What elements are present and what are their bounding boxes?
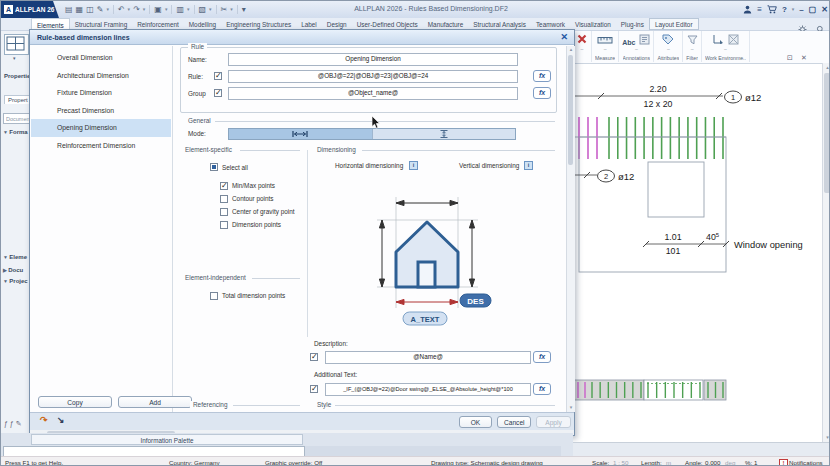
- rule-list-item[interactable]: Opening Dimension: [31, 119, 171, 137]
- additional-text-input[interactable]: _IF_(@OBJ@=22)@Door swing@_ELSE_@Absolut…: [325, 383, 531, 396]
- restore-icon[interactable]: ▢: [809, 5, 817, 14]
- status-country[interactable]: Country: Germany: [169, 459, 220, 466]
- des-badge[interactable]: DES: [460, 294, 491, 307]
- save-icon[interactable]: ◫: [86, 2, 94, 17]
- window-view-icon[interactable]: ▧: [199, 2, 207, 17]
- group-checkbox[interactable]: [214, 89, 222, 97]
- rule-list-item[interactable]: Reinforcement Dimension: [31, 137, 171, 155]
- rule-list-item[interactable]: Fixture Dimension: [31, 84, 171, 102]
- mode-vertical-button[interactable]: [372, 129, 516, 139]
- scroll-down-icon[interactable]: ▾: [567, 404, 575, 411]
- description-checkbox[interactable]: [310, 353, 318, 361]
- sidebar-section-document[interactable]: ▶ Docu: [3, 267, 23, 273]
- palette-layout-icon[interactable]: [4, 34, 29, 55]
- status-angle-label[interactable]: Angle:: [685, 459, 703, 466]
- status-notifications[interactable]: Notifications: [789, 459, 823, 466]
- help-icon[interactable]: ?: [782, 5, 787, 14]
- help-icon-caret[interactable]: ▾: [792, 2, 795, 17]
- canvas-vertical-scrollbar[interactable]: ▴ ▾: [822, 63, 830, 442]
- scroll-up-icon[interactable]: ▴: [823, 63, 830, 71]
- status-percent[interactable]: %: 1: [745, 459, 757, 466]
- copy-content-icon[interactable]: ▣: [154, 2, 162, 17]
- tools-icon[interactable]: ✂: [221, 2, 228, 17]
- checkbox[interactable]: [210, 292, 218, 300]
- scroll-down-icon[interactable]: ▾: [823, 433, 830, 441]
- drawing-area[interactable]: 2.20 12 x 20 1 ø12 2 ø12 1.01: [573, 63, 822, 443]
- status-length-value[interactable]: m: [666, 459, 671, 466]
- scroll-up-icon[interactable]: ▴: [567, 46, 575, 53]
- account-icon[interactable]: [743, 5, 752, 14]
- chevron-down-icon[interactable]: ▾: [13, 55, 16, 61]
- copy-button[interactable]: Copy: [38, 396, 112, 408]
- tools-icon-caret[interactable]: ▾: [230, 2, 233, 17]
- minimize-icon[interactable]: –: [799, 5, 803, 14]
- cancel-button[interactable]: Cancel: [497, 416, 531, 428]
- window-split-icon[interactable]: ▥: [176, 2, 184, 17]
- description-fx-button[interactable]: fx: [533, 351, 551, 363]
- status-angle-value[interactable]: 0.000: [705, 459, 720, 466]
- info-icon[interactable]: i: [409, 161, 418, 170]
- menu-tab-layout-editor[interactable]: Layout Editor: [649, 18, 699, 30]
- group-fx-button[interactable]: fx: [533, 87, 551, 99]
- dropdown-dash-icon[interactable]: –: [691, 47, 694, 52]
- atext-badge[interactable]: A_TEXT: [403, 312, 447, 325]
- copy-content-icon-caret[interactable]: ▾: [165, 2, 168, 17]
- checkbox[interactable]: [220, 208, 228, 216]
- view-restore-icon[interactable]: ⊡: [787, 54, 793, 62]
- sidebar-section-project[interactable]: ▼ Projec: [3, 278, 28, 284]
- status-length-label[interactable]: Length:: [641, 459, 662, 466]
- ok-button[interactable]: OK: [459, 416, 492, 428]
- abc-icon[interactable]: Abc: [622, 31, 635, 49]
- status-scale-label[interactable]: Scale:: [592, 459, 609, 466]
- dropdown-dash-icon[interactable]: –: [667, 47, 670, 52]
- redo-icon[interactable]: ↷: [133, 2, 140, 17]
- undo-icon[interactable]: ↶: [118, 2, 125, 17]
- palette-bottom-icons[interactable]: ƒ ƒ ✎: [4, 420, 22, 428]
- open-file-icon[interactable]: ▦: [76, 2, 84, 17]
- apply-button[interactable]: Apply: [536, 416, 571, 428]
- dialog-vertical-scrollbar[interactable]: ▴ ▾: [566, 46, 575, 412]
- more-commands-icon[interactable]: ▾: [242, 2, 246, 17]
- edit-icon-caret[interactable]: ▾: [106, 2, 109, 17]
- palette-menu-icon[interactable]: ≡: [757, 5, 762, 14]
- sidebar-section-element[interactable]: ▼ Eleme: [3, 254, 27, 260]
- name-input[interactable]: Opening Dimension: [228, 53, 518, 66]
- menu-tab-plug-ins[interactable]: Plug-ins: [616, 18, 649, 30]
- status-drawing-type[interactable]: Drawing type: Schematic design drawing: [431, 459, 543, 466]
- mode-horizontal-button[interactable]: [229, 129, 372, 139]
- dropdown-dash-icon[interactable]: –: [604, 47, 607, 52]
- information-palette-tab[interactable]: Information Palette: [31, 434, 303, 445]
- add-button[interactable]: Add: [118, 396, 192, 408]
- scrollbar-thumb[interactable]: [568, 55, 573, 165]
- additional-text-fx-button[interactable]: fx: [533, 383, 551, 395]
- dialog-titlebar[interactable]: Rule-based dimension lines: [30, 30, 574, 45]
- close-icon[interactable]: ✕: [821, 5, 828, 14]
- load-favorite-icon[interactable]: ↷: [40, 415, 48, 425]
- menu-tab-visualization[interactable]: Visualization: [570, 18, 616, 30]
- grid-icon[interactable]: [728, 31, 739, 49]
- rule-fx-button[interactable]: fx: [533, 70, 551, 82]
- undo-icon-caret[interactable]: ▾: [128, 2, 131, 17]
- redo-icon-caret[interactable]: ▾: [143, 2, 146, 17]
- scrollbar-thumb[interactable]: [824, 73, 830, 193]
- select-all-checkbox[interactable]: [210, 163, 218, 171]
- rule-input[interactable]: @OBJ@=22|@OBJ@=23|@OBJ@=24: [228, 70, 518, 83]
- rule-list-item[interactable]: Architectural Dimension: [31, 67, 171, 85]
- window-split-icon-caret[interactable]: ▾: [187, 2, 190, 17]
- status-graphic-override[interactable]: Graphic override: Off: [265, 459, 322, 466]
- dropdown-dash-icon[interactable]: –: [635, 47, 638, 52]
- status-scale-value[interactable]: 1 : 50: [613, 459, 628, 466]
- checkbox[interactable]: [220, 195, 228, 203]
- description-input[interactable]: @Name@: [325, 351, 531, 364]
- info-icon[interactable]: i: [524, 161, 533, 170]
- sidebar-section-format[interactable]: ▼ Forma: [3, 129, 28, 135]
- checkbox[interactable]: [220, 221, 228, 229]
- notification-warning-icon[interactable]: !: [779, 459, 788, 466]
- rule-checkbox[interactable]: [214, 72, 222, 80]
- group-input[interactable]: @Object_name@: [228, 87, 518, 100]
- rule-list-item[interactable]: Precast Dimension: [31, 102, 171, 120]
- save-favorite-icon[interactable]: ↘: [57, 415, 65, 425]
- dialog-close-icon[interactable]: ✕: [560, 32, 568, 43]
- sheet-icon[interactable]: [639, 31, 650, 49]
- dropdown-dash-icon[interactable]: –: [581, 47, 584, 52]
